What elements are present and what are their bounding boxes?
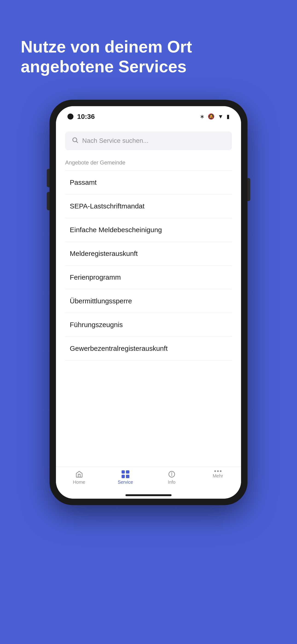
svg-line-1	[76, 142, 78, 142]
nav-item-info[interactable]: Info	[148, 470, 195, 485]
list-item[interactable]: Passamt	[65, 170, 232, 194]
nav-label-service: Service	[118, 480, 133, 485]
wifi-icon: ▼	[218, 113, 223, 120]
list-item[interactable]: Einfache Meldebescheinigung	[65, 218, 232, 242]
home-bar	[126, 494, 172, 496]
battery-icon: ▮	[226, 113, 230, 120]
list-item[interactable]: Gewerbezentralregisterauskunft	[65, 337, 232, 360]
nav-item-mehr[interactable]: Mehr	[195, 470, 241, 485]
vol-up	[47, 169, 50, 187]
phone-screen: 10:36 ∗ 🔕 ▼ ▮	[56, 106, 241, 499]
list-item[interactable]: Melderegisterauskunft	[65, 242, 232, 266]
phone-frame: 10:36 ∗ 🔕 ▼ ▮	[50, 100, 248, 505]
list-item[interactable]: SEPA-Lastschriftmandat	[65, 194, 232, 218]
bottom-nav: Home Service	[56, 466, 241, 492]
list-item[interactable]: Führungszeugnis	[65, 313, 232, 337]
search-bar[interactable]: Nach Service suchen...	[65, 132, 232, 150]
nav-item-service[interactable]: Service	[102, 470, 148, 485]
status-bar: 10:36 ∗ 🔕 ▼ ▮	[56, 106, 241, 124]
more-icon	[214, 470, 222, 472]
status-time-group: 10:36	[68, 113, 95, 120]
nav-label-info: Info	[168, 480, 176, 485]
phone-mockup: 10:36 ∗ 🔕 ▼ ▮	[50, 100, 248, 505]
list-item[interactable]: Ferienprogramm	[65, 266, 232, 289]
nav-label-mehr: Mehr	[213, 473, 223, 478]
list-item[interactable]: Übermittlungssperre	[65, 289, 232, 313]
bell-icon: 🔕	[208, 113, 214, 120]
grid-icon	[122, 470, 130, 478]
camera-dot	[68, 114, 74, 120]
section-title: Angebote der Gemeinde	[65, 160, 232, 166]
nav-item-home[interactable]: Home	[56, 470, 102, 485]
vol-down	[47, 192, 50, 210]
hero-title: Nutze von deinem Ort angebotene Services	[21, 37, 276, 77]
home-indicator	[56, 492, 241, 499]
screen-content: Nach Service suchen... Angebote der Geme…	[56, 124, 241, 466]
search-icon	[72, 136, 78, 145]
volume-buttons	[47, 169, 50, 210]
bluetooth-icon: ∗	[200, 113, 204, 120]
time-display: 10:36	[77, 113, 95, 120]
service-list: Passamt SEPA-Lastschriftmandat Einfache …	[65, 170, 232, 466]
info-icon	[168, 470, 176, 478]
home-icon	[75, 470, 83, 478]
search-input[interactable]: Nach Service suchen...	[82, 137, 148, 144]
hero-section: Nutze von deinem Ort angebotene Services	[0, 0, 297, 90]
nav-label-home: Home	[73, 480, 85, 485]
status-icons: ∗ 🔕 ▼ ▮	[200, 113, 230, 120]
